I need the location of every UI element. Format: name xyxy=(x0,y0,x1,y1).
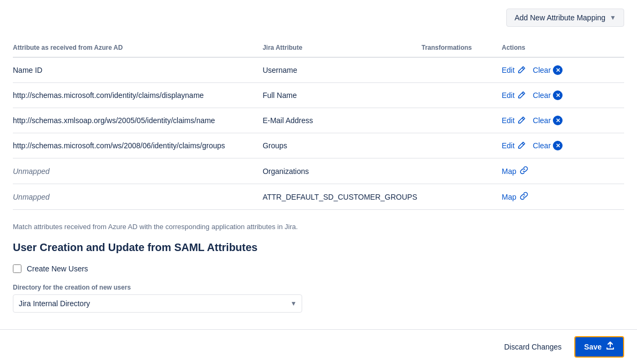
table-row: http://schemas.microsoft.com/ws/2008/06/… xyxy=(13,133,624,158)
transformations-cell xyxy=(422,158,502,184)
jira-cell: Organizations xyxy=(263,158,422,184)
save-label: Save xyxy=(584,343,602,351)
col-header-transformations: Transformations xyxy=(422,40,502,57)
pencil-icon xyxy=(518,91,526,100)
x-circle-icon: ✕ xyxy=(553,65,563,75)
edit-button[interactable]: Edit xyxy=(501,66,514,74)
actions-container: EditClear✕ xyxy=(501,141,620,150)
actions-container: EditClear✕ xyxy=(501,65,620,75)
attribute-cell: http://schemas.microsoft.com/ws/2008/06/… xyxy=(13,133,263,158)
description-text: Match attributes received from Azure AD … xyxy=(13,223,624,231)
attribute-cell: Unmapped xyxy=(13,184,263,210)
x-circle-icon: ✕ xyxy=(553,90,563,100)
attribute-cell: http://schemas.xmlsoap.org/ws/2005/05/id… xyxy=(13,108,263,133)
edit-button[interactable]: Edit xyxy=(501,116,514,125)
table-row: http://schemas.microsoft.com/identity/cl… xyxy=(13,83,624,108)
create-new-users-checkbox[interactable] xyxy=(13,264,21,273)
clear-label: Clear xyxy=(533,141,551,150)
table-row: UnmappedOrganizationsMap xyxy=(13,158,624,184)
directory-field-group: Directory for the creation of new users … xyxy=(13,284,624,313)
x-circle-icon: ✕ xyxy=(553,116,563,125)
attribute-cell: Name ID xyxy=(13,57,263,83)
clear-label: Clear xyxy=(533,66,551,74)
map-button[interactable]: Map xyxy=(501,193,516,201)
clear-button[interactable]: Clear✕ xyxy=(533,65,563,75)
pencil-icon xyxy=(518,141,526,150)
chevron-down-icon: ▼ xyxy=(610,14,616,21)
transformations-cell xyxy=(422,108,502,133)
pencil-icon xyxy=(518,66,526,75)
attribute-cell: Unmapped xyxy=(13,158,263,184)
edit-button[interactable]: Edit xyxy=(501,91,514,100)
directory-field-label: Directory for the creation of new users xyxy=(13,284,624,291)
jira-cell: E-Mail Address xyxy=(263,108,422,133)
transformations-cell xyxy=(422,83,502,108)
attribute-cell: http://schemas.microsoft.com/identity/cl… xyxy=(13,83,263,108)
actions-container: EditClear✕ xyxy=(501,116,620,125)
table-row: UnmappedATTR_DEFAULT_SD_CUSTOMER_GROUPSM… xyxy=(13,184,624,210)
upload-icon xyxy=(606,342,614,352)
create-new-users-row: Create New Users xyxy=(13,264,624,273)
attribute-mapping-table: Attribute as received from Azure AD Jira… xyxy=(13,40,624,210)
section-title: User Creation and Update from SAML Attri… xyxy=(13,241,624,254)
directory-select-wrapper: Jira Internal Directory ▼ xyxy=(13,294,302,313)
actions-container: EditClear✕ xyxy=(501,90,620,100)
transformations-cell xyxy=(422,57,502,83)
add-new-label: Add New Attribute Mapping xyxy=(514,13,605,22)
link-icon xyxy=(520,192,528,202)
transformations-cell xyxy=(422,133,502,158)
directory-select[interactable]: Jira Internal Directory xyxy=(13,294,302,313)
clear-button[interactable]: Clear✕ xyxy=(533,90,563,100)
bottom-bar: Discard Changes Save xyxy=(0,329,637,364)
actions-cell: EditClear✕ xyxy=(501,133,624,158)
actions-cell: Map xyxy=(501,158,624,184)
save-button[interactable]: Save xyxy=(574,336,624,358)
actions-cell: EditClear✕ xyxy=(501,83,624,108)
actions-container: Map xyxy=(501,192,620,202)
actions-cell: EditClear✕ xyxy=(501,108,624,133)
map-button[interactable]: Map xyxy=(501,167,516,176)
clear-label: Clear xyxy=(533,116,551,125)
transformations-cell xyxy=(422,184,502,210)
jira-cell: Groups xyxy=(263,133,422,158)
table-row: http://schemas.xmlsoap.org/ws/2005/05/id… xyxy=(13,108,624,133)
edit-button[interactable]: Edit xyxy=(501,141,514,150)
col-header-attribute: Attribute as received from Azure AD xyxy=(13,40,263,57)
add-new-attribute-button[interactable]: Add New Attribute Mapping ▼ xyxy=(506,9,624,27)
jira-cell: ATTR_DEFAULT_SD_CUSTOMER_GROUPS xyxy=(263,184,422,210)
clear-button[interactable]: Clear✕ xyxy=(533,141,563,150)
pencil-icon xyxy=(518,116,526,125)
top-bar: Add New Attribute Mapping ▼ xyxy=(13,9,624,27)
actions-cell: Map xyxy=(501,184,624,210)
col-header-jira: Jira Attribute xyxy=(263,40,422,57)
actions-cell: EditClear✕ xyxy=(501,57,624,83)
table-row: Name IDUsernameEditClear✕ xyxy=(13,57,624,83)
col-header-actions: Actions xyxy=(501,40,624,57)
actions-container: Map xyxy=(501,166,620,176)
discard-changes-button[interactable]: Discard Changes xyxy=(498,338,568,355)
link-icon xyxy=(520,166,528,176)
jira-cell: Username xyxy=(263,57,422,83)
create-new-users-label: Create New Users xyxy=(27,264,88,273)
x-circle-icon: ✕ xyxy=(553,141,563,150)
jira-cell: Full Name xyxy=(263,83,422,108)
clear-button[interactable]: Clear✕ xyxy=(533,116,563,125)
clear-label: Clear xyxy=(533,91,551,100)
